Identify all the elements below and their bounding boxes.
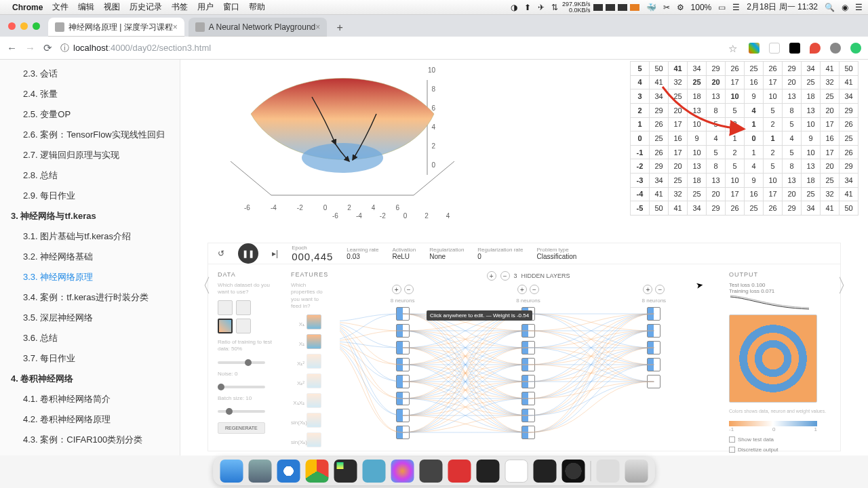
dock-app-chrome[interactable] (306, 460, 329, 483)
maximize-window-button[interactable] (33, 22, 40, 30)
neuron[interactable] (396, 426, 410, 439)
add-neuron-button[interactable]: + (392, 285, 401, 294)
neuron[interactable] (396, 409, 410, 422)
menu-bookmarks[interactable]: 书签 (172, 1, 188, 13)
dock-app-terminal[interactable] (477, 460, 500, 483)
scissors-icon[interactable]: ✂ (663, 3, 670, 12)
feature-toggle[interactable] (307, 432, 321, 447)
neuron[interactable] (396, 392, 410, 405)
dock-app[interactable] (249, 460, 272, 483)
sidebar-item[interactable]: 2.3. 会话 (0, 64, 180, 84)
neuron[interactable] (521, 341, 535, 354)
dock-app[interactable] (391, 460, 414, 483)
dataset-option[interactable] (236, 300, 251, 315)
neuron[interactable] (396, 324, 410, 338)
remove-layer-button[interactable]: − (500, 271, 510, 281)
bookmark-star-icon[interactable]: ☆ (728, 43, 739, 54)
sidebar-item[interactable]: 3.4. 案例：tf.keras进行时装分类 (0, 287, 180, 308)
neuron[interactable] (647, 375, 660, 388)
dock-app-safari[interactable] (277, 460, 300, 483)
input-icon[interactable]: ☰ (732, 3, 740, 12)
status-bar-icon[interactable] (606, 4, 615, 11)
neuron[interactable] (396, 307, 410, 321)
discretize-checkbox[interactable]: Discretize output (729, 447, 831, 453)
remove-neuron-button[interactable]: − (530, 285, 539, 294)
feature-toggle[interactable] (307, 413, 321, 428)
status-bar-icon[interactable] (593, 4, 603, 11)
neuron[interactable] (521, 324, 535, 338)
next-slide-button[interactable]: 〉 (837, 273, 856, 299)
add-layer-button[interactable]: + (487, 271, 496, 281)
status-icon[interactable]: ⬆ (524, 3, 531, 12)
neuron[interactable] (521, 426, 535, 439)
sidebar-item[interactable]: 3.1. 图片基础与tf.keras介绍 (0, 226, 180, 247)
sidebar-item[interactable]: 2.5. 变量OP (0, 104, 180, 125)
docker-icon[interactable]: 🐳 (646, 3, 656, 12)
close-tab-button[interactable]: × (315, 22, 320, 32)
neuron[interactable] (521, 358, 535, 371)
menu-help[interactable]: 帮助 (249, 1, 265, 13)
neuron[interactable] (521, 409, 535, 422)
extension-icon[interactable] (769, 43, 780, 54)
dock-app-pycharm[interactable] (334, 460, 357, 483)
browser-tab[interactable]: A Neural Network Playground × (189, 18, 327, 37)
neuron[interactable] (647, 307, 660, 321)
browser-tab-active[interactable]: 神经网络原理 | 深度学习课程 × (48, 18, 184, 37)
dock-app[interactable] (448, 460, 471, 483)
neuron[interactable] (647, 324, 660, 338)
add-neuron-button[interactable]: + (643, 285, 652, 294)
new-tab-button[interactable]: + (331, 19, 349, 37)
extension-icon[interactable] (850, 43, 861, 54)
feature-toggle[interactable] (307, 314, 321, 329)
dataset-option[interactable] (236, 319, 251, 333)
menu-user[interactable]: 用户 (197, 1, 214, 13)
show-test-checkbox[interactable]: Show test data (729, 436, 831, 443)
status-icon[interactable]: ◑ (511, 3, 517, 12)
dock-app[interactable] (420, 460, 443, 483)
add-neuron-button[interactable]: + (517, 285, 527, 294)
regenerate-button[interactable]: REGENERATE (218, 422, 265, 434)
dock-trash[interactable] (625, 460, 648, 483)
dock-app[interactable] (363, 460, 386, 483)
menu-history[interactable]: 历史记录 (130, 1, 162, 13)
neuron[interactable] (396, 341, 410, 354)
ratio-slider[interactable] (218, 361, 265, 364)
dock-app[interactable] (505, 460, 528, 483)
site-info-icon[interactable]: ⓘ (60, 42, 69, 54)
neuron[interactable] (396, 358, 410, 371)
sidebar-item[interactable]: 3.7. 每日作业 (0, 348, 180, 369)
neuron[interactable] (521, 375, 535, 388)
neuron[interactable] (647, 341, 660, 354)
problem-type-select[interactable]: Classification (537, 253, 577, 260)
output-heatmap[interactable] (729, 314, 817, 403)
back-button[interactable]: ← (7, 42, 17, 54)
siri-icon[interactable]: ◉ (842, 3, 848, 12)
prev-slide-button[interactable]: 〈 (193, 273, 212, 299)
close-window-button[interactable] (8, 22, 16, 30)
batch-slider[interactable] (218, 410, 265, 413)
remove-neuron-button[interactable]: − (655, 285, 665, 294)
activation-select[interactable]: ReLU (393, 253, 416, 260)
menu-edit[interactable]: 编辑 (78, 1, 94, 13)
status-bar-icon[interactable] (618, 4, 627, 11)
neuron[interactable] (521, 392, 535, 405)
dataset-option[interactable] (218, 300, 233, 315)
menu-view[interactable]: 视图 (104, 1, 120, 13)
neuron[interactable] (396, 375, 410, 388)
sidebar-item[interactable]: 2.6. 案例：TensorFlow实现线性回归 (0, 125, 180, 145)
sidebar-item[interactable]: 3.5. 深层神经网络 (0, 308, 180, 328)
dock-app[interactable] (534, 460, 557, 483)
menu-app[interactable]: Chrome (12, 3, 43, 12)
feature-toggle[interactable] (307, 354, 321, 369)
notifications-icon[interactable]: ☰ (855, 3, 863, 12)
sidebar-item[interactable]: 4. 卷积神经网络 (0, 369, 180, 389)
sidebar-nav[interactable]: 2.3. 会话2.4. 张量2.5. 变量OP2.6. 案例：TensorFlo… (0, 60, 180, 455)
remove-neuron-button[interactable]: − (404, 285, 414, 294)
sidebar-item[interactable]: 3.6. 总结 (0, 328, 180, 348)
dock-app[interactable] (597, 460, 620, 483)
play-pause-button[interactable]: ❚❚ (238, 243, 258, 264)
dataset-option-active[interactable] (218, 319, 233, 333)
sidebar-item[interactable]: 2.7. 逻辑回归原理与实现 (0, 145, 180, 165)
neuron[interactable] (647, 358, 660, 371)
reg-rate-select[interactable]: 0 (477, 253, 523, 260)
